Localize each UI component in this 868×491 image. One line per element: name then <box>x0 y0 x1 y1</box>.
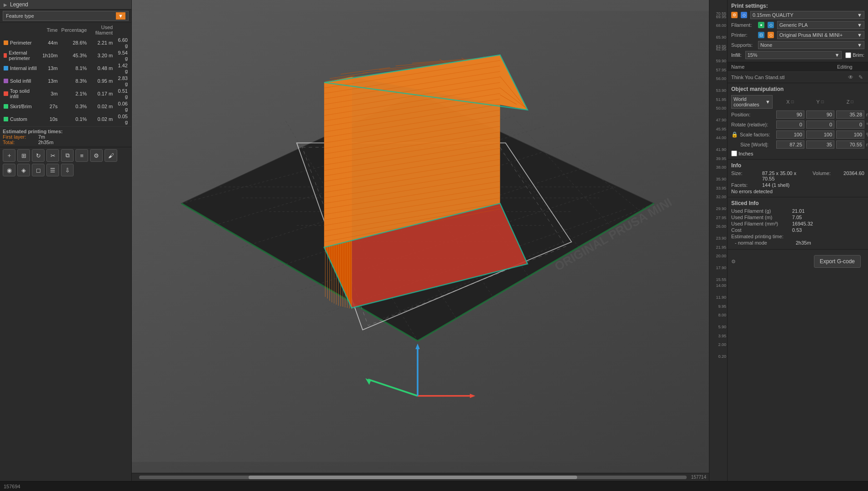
feature-pct: 8.3% <box>60 75 89 87</box>
y-ruler-tick: 20.00 <box>716 254 726 258</box>
brim-checkbox[interactable] <box>845 52 851 58</box>
total-val: 2h35m <box>38 140 54 145</box>
size-unit: mm <box>866 142 868 147</box>
position-row: Position: mm <box>731 110 864 119</box>
lock-icon[interactable]: 🔒 <box>731 131 738 138</box>
feature-weight: 0.51 g <box>115 87 130 100</box>
tool-arrange[interactable]: ⊞ <box>17 149 30 162</box>
sliced-filament-g-row: Used Filament (g) 21.01 <box>731 208 864 214</box>
filament-dropdown[interactable]: Generic PLA ▼ <box>777 21 864 29</box>
tool-paint-supports[interactable]: 🖌 <box>105 149 117 162</box>
h-scrollbar[interactable] <box>139 476 687 479</box>
first-layer-label: First layer: <box>3 134 35 140</box>
object-list-item[interactable]: Think You Can Stand.stl 👁 ✎ <box>728 72 868 83</box>
feature-name-cell: Top solid infill <box>2 87 40 100</box>
coord-system-dropdown[interactable]: World coordinates ▼ <box>731 95 773 109</box>
y-ruler-tick: 65.90 <box>716 35 726 40</box>
tool-paint-seam[interactable]: ◉ <box>3 164 15 176</box>
object-manipulation-section: Object manipulation World coordinates ▼ … <box>728 83 868 160</box>
feature-name-cell: Skirt/Brim <box>2 100 40 113</box>
brim-label[interactable]: Brim: <box>845 52 864 58</box>
feature-table: Time Percentage Used filament Perimeter … <box>2 24 130 125</box>
export-row: ⚙ Export G-code <box>728 250 868 273</box>
feature-color <box>4 91 8 96</box>
feature-pct: 0.3% <box>60 100 89 113</box>
rot-y-input[interactable] <box>806 120 834 129</box>
sliced-filament-mm3-val: 16945.32 <box>792 221 813 226</box>
3d-content[interactable]: ORIGINAL PRUSA MINI <box>132 0 709 473</box>
filament-label: Filament: <box>731 22 756 28</box>
status-coord-left: 157694 <box>4 484 20 489</box>
feature-weight: 1.42 g <box>115 62 130 75</box>
filament-val: Generic PLA <box>779 22 808 28</box>
size-y-input[interactable] <box>806 140 834 149</box>
inches-label[interactable]: Inches <box>731 150 753 156</box>
tool-add[interactable]: ＋ <box>3 149 15 162</box>
edit-icon[interactable]: ✎ <box>857 74 864 81</box>
quality-dropdown[interactable]: 0.15mm QUALITY ▼ <box>750 11 864 19</box>
feature-name-text: Perimeter <box>10 40 32 45</box>
sliced-normal-mode-row: - normal mode 2h35m <box>731 240 864 246</box>
col-filament: Used filament <box>89 24 115 36</box>
sliced-info-section: Sliced Info Used Filament (g) 21.01 Used… <box>728 197 868 250</box>
sliced-filament-mm3-key: Used Filament (mm³) <box>731 221 790 226</box>
printer-dropdown[interactable]: Original Prusa MINI & MINI+ ▼ <box>777 31 864 39</box>
feature-color <box>4 53 7 58</box>
first-layer-val: 7m <box>38 134 45 140</box>
y-ruler-tick: 53.90 <box>716 89 726 93</box>
settings-icon-bottom[interactable]: ⚙ <box>731 259 736 265</box>
scale-x-input[interactable] <box>776 130 804 139</box>
scale-y-input[interactable] <box>806 130 834 139</box>
tool-orient[interactable]: ↻ <box>32 149 45 162</box>
size-z-input[interactable] <box>836 140 864 149</box>
rot-x-input[interactable] <box>776 120 804 129</box>
tool-layer[interactable]: ≡ <box>75 149 88 162</box>
export-button[interactable]: Export G-code <box>814 255 861 268</box>
viewport: ORIGINAL PRUSA MINI 70.5569.9568.0065.90… <box>132 0 727 481</box>
quality-dropdown-arrow: ▼ <box>857 12 862 18</box>
supports-dropdown[interactable]: None ▼ <box>758 41 864 49</box>
brim-text: Brim: <box>853 52 864 58</box>
feature-pct: 8.1% <box>60 62 89 75</box>
printer-icon: ⊡ <box>758 32 764 38</box>
info-facets-val: 144 (1 shell) <box>762 182 790 188</box>
tool-perspective[interactable]: ◻ <box>32 164 45 176</box>
tool-export[interactable]: ⇩ <box>61 164 74 176</box>
tool-filament[interactable]: ⧉ <box>61 149 74 162</box>
feature-time: 3m <box>40 87 60 100</box>
feature-dist: 0.48 m <box>89 62 115 75</box>
size-x-input[interactable] <box>776 140 804 149</box>
info-size-row: Size: 87.25 x 35.00 x 70.55 Volume: 2036… <box>731 170 864 181</box>
feature-name-cell: Solid infill <box>2 75 40 87</box>
tool-cut[interactable]: ✂ <box>46 149 59 162</box>
inches-row: Inches <box>731 150 864 156</box>
dropdown-arrow[interactable]: ▼ <box>116 12 125 20</box>
quality-row: ⚙ ◇ 0.15mm QUALITY ▼ <box>731 11 864 19</box>
rotate-label: Rotate (relative): <box>731 122 774 127</box>
legend-header: Legend <box>0 0 131 10</box>
inches-checkbox[interactable] <box>731 150 737 156</box>
scale-unit: % <box>866 132 868 137</box>
sliced-filament-g-key: Used Filament (g) <box>731 208 790 214</box>
rot-z-input[interactable] <box>836 120 864 129</box>
tool-fdm[interactable]: ◈ <box>17 164 30 176</box>
infill-dropdown[interactable]: 15% ▼ <box>745 51 842 59</box>
pos-z-input[interactable] <box>836 110 864 119</box>
name-col-header: Name <box>731 64 837 70</box>
visibility-icon[interactable]: 👁 <box>847 74 854 81</box>
feature-weight: 0.06 g <box>115 100 130 113</box>
feature-type-dropdown[interactable]: Feature type ▼ <box>3 11 129 21</box>
scale-label: Scale factors: <box>740 132 770 137</box>
feature-row: Solid infill 13m 8.3% 0.95 m 2.83 g <box>2 75 130 87</box>
tool-settings2[interactable]: ☰ <box>46 164 59 176</box>
toolbar: ＋ ⊞ ↻ ✂ ⧉ ≡ ⚙ 🖌 ◉ ◈ ◻ ☰ ⇩ <box>0 147 131 178</box>
tool-settings[interactable]: ⚙ <box>90 149 103 162</box>
scale-z-input[interactable] <box>836 130 864 139</box>
feature-dist: 2.21 m <box>89 36 115 49</box>
pos-y-input[interactable] <box>806 110 834 119</box>
print-settings-section: Print settings: ⚙ ◇ 0.15mm QUALITY ▼ Fil… <box>728 0 868 62</box>
pos-x-input[interactable] <box>776 110 804 119</box>
feature-weight: 0.05 g <box>115 113 130 125</box>
y-ruler-tick: 8.00 <box>718 313 726 317</box>
coord-right: 157714 <box>688 475 709 480</box>
